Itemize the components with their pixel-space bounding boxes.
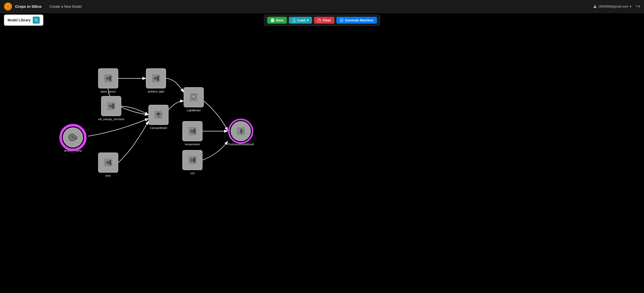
arrow-right-icon-6 — [188, 156, 197, 165]
svg-rect-7 — [271, 20, 274, 22]
svg-rect-38 — [193, 129, 195, 134]
node-label: init_canopy_structure — [98, 118, 125, 121]
svg-rect-41 — [237, 127, 245, 135]
node-label: time — [106, 174, 111, 177]
toolbar: Save Load ▾ Clear Generate Manifest — [264, 15, 380, 26]
node-temperature[interactable]: temperature — [182, 121, 203, 146]
svg-rect-21 — [112, 104, 114, 109]
node-photosynthesis-model[interactable]: PhotosynthesisModel — [228, 121, 254, 146]
top-nav: Crops in Silico Create a New Model cfh50… — [0, 0, 644, 13]
save-button[interactable]: Save — [267, 17, 287, 24]
node-label: temperature — [185, 143, 200, 146]
svg-line-4 — [37, 21, 38, 22]
model-library-search-button[interactable] — [33, 17, 40, 24]
node-label: co2 — [190, 172, 195, 175]
node-plant-layout[interactable]: plant_layout — [98, 68, 118, 93]
arrow-right-icon-3 — [104, 158, 113, 167]
chevron-down-icon-help: ▾ — [638, 5, 640, 8]
arrow-right-icon-5 — [188, 127, 197, 136]
svg-point-1 — [7, 6, 9, 8]
arrow-right-icon-2 — [107, 102, 116, 111]
arrow-right-icon — [104, 74, 113, 83]
node-label: ambient_light — [148, 90, 164, 93]
model-canvas[interactable]: plant_layout init_canopy_structure growt… — [0, 13, 644, 293]
svg-point-32 — [192, 95, 195, 98]
clock-icon — [68, 133, 78, 142]
umbrella-icon — [154, 110, 163, 119]
svg-rect-28 — [157, 76, 159, 81]
save-icon — [271, 19, 274, 22]
generate-manifest-button[interactable]: Generate Manifest — [336, 17, 377, 24]
help-menu[interactable]: ? ▾ — [635, 5, 640, 8]
load-chevron-icon: ▾ — [307, 18, 309, 22]
create-model-link[interactable]: Create a New Model — [50, 5, 82, 9]
svg-rect-26 — [109, 160, 111, 165]
node-label: LightModel — [187, 109, 200, 112]
svg-rect-19 — [109, 76, 111, 81]
model-library-panel: Model Library — [4, 15, 43, 26]
svg-point-24 — [75, 136, 77, 138]
user-menu[interactable]: cfh5058@gmail.com ▾ — [593, 5, 631, 8]
svg-rect-8 — [318, 20, 321, 22]
bulb-icon — [189, 93, 198, 102]
node-init-canopy-structure[interactable]: init_canopy_structure — [98, 96, 125, 121]
svg-point-22 — [69, 134, 76, 141]
document-icon — [340, 19, 343, 22]
node-co2[interactable]: co2 — [182, 150, 203, 175]
svg-point-3 — [35, 19, 37, 21]
user-icon — [593, 5, 597, 8]
node-time[interactable]: time — [98, 153, 118, 177]
app-title: Crops in Silico — [15, 4, 42, 9]
nav-right: cfh5058@gmail.com ▾ ? ▾ — [593, 5, 640, 8]
load-button[interactable]: Load ▾ — [289, 17, 312, 24]
node-label: plant_layout — [101, 90, 115, 93]
app-logo — [4, 3, 12, 11]
upload-icon — [293, 19, 296, 22]
svg-rect-23 — [75, 136, 77, 139]
node-label: PhotosynthesisModel — [228, 143, 254, 146]
node-label: CanopyModel — [150, 126, 167, 129]
clear-button[interactable]: Clear — [314, 17, 335, 24]
svg-rect-6 — [271, 19, 273, 20]
arrow-right-icon-4 — [151, 74, 160, 83]
node-light-model[interactable]: LightModel — [184, 87, 204, 112]
node-growth-mlang[interactable]: growth_mlang — [63, 127, 83, 152]
search-icon — [34, 18, 38, 22]
chevron-down-icon: ▾ — [630, 5, 631, 8]
svg-rect-40 — [193, 158, 195, 163]
node-ambient-light[interactable]: ambient_light — [146, 68, 166, 93]
arrows-left-icon — [236, 127, 245, 136]
node-canopy-model[interactable]: CanopyModel — [148, 105, 169, 129]
model-library-label: Model Library — [8, 18, 31, 22]
trash-icon — [318, 19, 321, 22]
